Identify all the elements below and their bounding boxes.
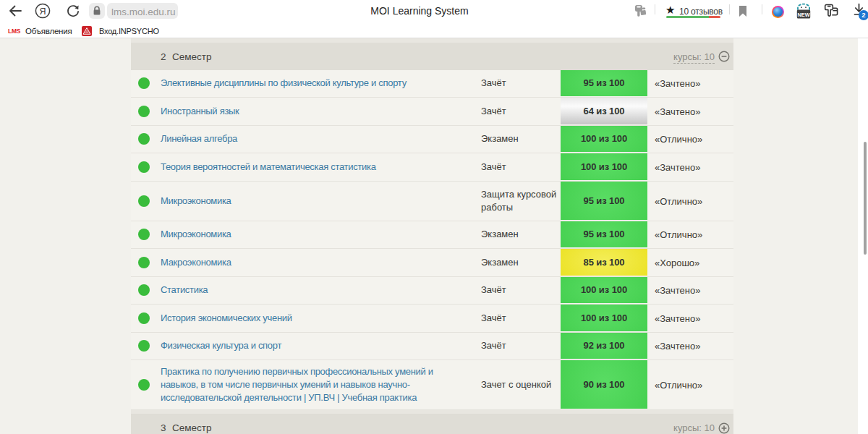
svg-text:Я: Я xyxy=(39,7,46,17)
svg-text:NEW: NEW xyxy=(797,12,809,18)
